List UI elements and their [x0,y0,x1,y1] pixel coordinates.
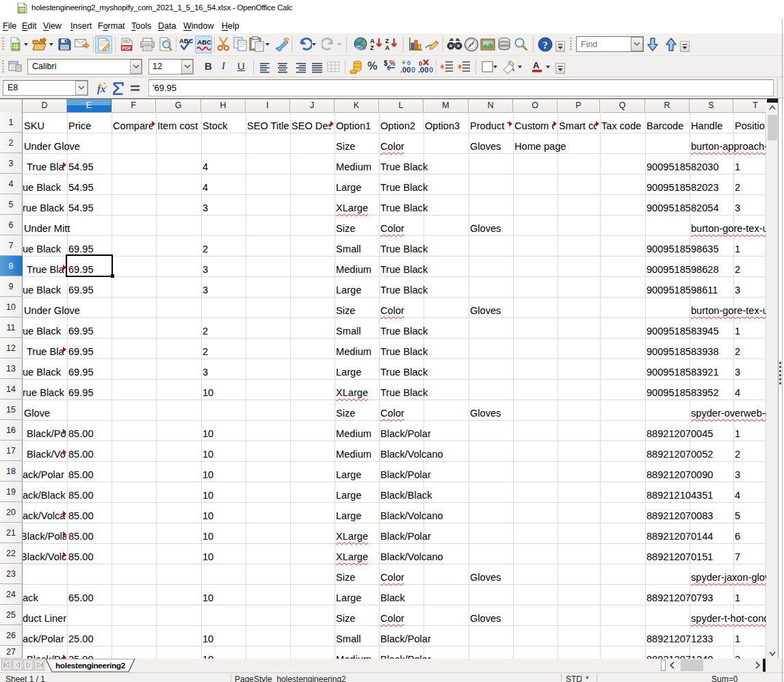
svg-text:A: A [385,44,390,51]
svg-text:.00: .00 [400,66,410,74]
svg-text:Z: Z [385,38,389,44]
svg-text:A: A [533,60,540,70]
svg-text:PDF: PDF [122,46,131,51]
svg-text:Z: Z [370,44,374,51]
svg-text:$: $ [384,60,388,67]
svg-text:?: ? [543,40,548,51]
svg-text:ABC: ABC [179,37,194,44]
svg-text:A: A [370,38,375,44]
svg-text:ABC: ABC [198,38,212,46]
svg-text:.00: .00 [418,66,428,74]
svg-text:0: 0 [411,66,415,74]
svg-text:0: 0 [429,66,433,74]
